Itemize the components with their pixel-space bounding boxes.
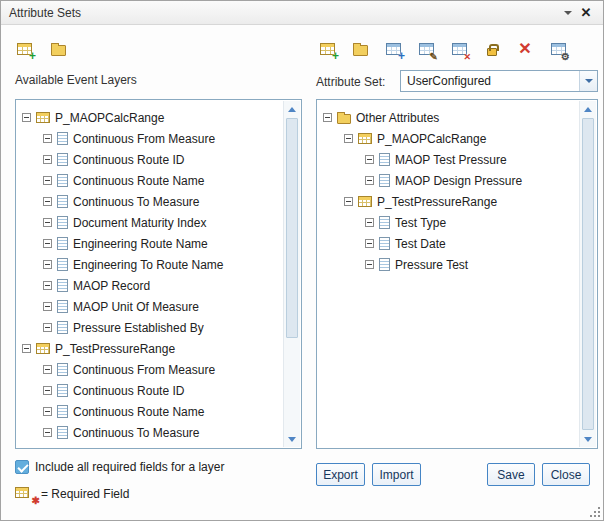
resize-grip-icon[interactable] <box>589 506 600 517</box>
tree-item[interactable]: MAOP Test Pressure <box>318 149 579 170</box>
window-menu-icon[interactable] <box>559 4 577 22</box>
scroll-down-button[interactable] <box>284 431 300 447</box>
tree-item-label: P_TestPressureRange <box>55 342 175 356</box>
collapse-icon[interactable] <box>365 155 374 164</box>
add-layer-to-set-icon[interactable]: + <box>382 38 404 60</box>
tree-item[interactable]: Continuous To Measure <box>17 191 283 212</box>
collapse-icon[interactable] <box>22 113 31 122</box>
tree-item[interactable]: Document Maturity Index <box>17 212 283 233</box>
tree-item-label: Document Maturity Index <box>73 216 206 230</box>
collapse-icon[interactable] <box>43 302 52 311</box>
tree-item[interactable]: Continuous To Measure <box>17 422 283 443</box>
collapse-icon[interactable] <box>43 134 52 143</box>
close-icon[interactable]: ✕ <box>577 4 595 22</box>
include-required-checkbox[interactable] <box>15 460 29 474</box>
collapse-icon[interactable] <box>365 176 374 185</box>
collapse-icon[interactable] <box>43 323 52 332</box>
tree-item[interactable]: P_TestPressureRange <box>318 191 579 212</box>
tree-item[interactable]: Continuous Route Name <box>17 170 283 191</box>
left-panel-scrollbar[interactable] <box>283 101 300 447</box>
collapse-icon[interactable] <box>43 428 52 437</box>
tree-item[interactable]: P_MAOPCalcRange <box>318 128 579 149</box>
scroll-down-icon <box>584 437 592 442</box>
collapse-icon[interactable] <box>43 260 52 269</box>
field-icon <box>57 258 68 271</box>
collapse-icon[interactable] <box>43 365 52 374</box>
scroll-up-button[interactable] <box>284 101 300 117</box>
tree-item[interactable]: MAOP Unit Of Measure <box>17 296 283 317</box>
field-icon <box>379 258 390 271</box>
collapse-icon[interactable] <box>43 407 52 416</box>
scrollbar-thumb[interactable] <box>286 118 298 338</box>
collapse-icon[interactable] <box>365 218 374 227</box>
add-event-layer-icon[interactable]: + <box>13 38 35 60</box>
collapse-icon[interactable] <box>323 113 332 122</box>
right-panel-scrollbar[interactable] <box>579 101 596 447</box>
toolbar-right-group: ++✎✕✕⚙ <box>316 37 569 61</box>
tree-item[interactable]: Pressure Test <box>318 254 579 275</box>
combobox-dropdown-button[interactable] <box>579 71 597 91</box>
folder-glyph <box>353 45 368 56</box>
open-attribute-set-icon[interactable] <box>349 38 371 60</box>
field-icon <box>57 153 68 166</box>
tree-item-label: Continuous Route ID <box>73 153 184 167</box>
collapse-icon[interactable] <box>43 239 52 248</box>
collapse-icon[interactable] <box>43 197 52 206</box>
remove-layer-from-set-icon[interactable]: ✕ <box>448 38 470 60</box>
tree-item-label: Test Type <box>395 216 446 230</box>
collapse-icon[interactable] <box>344 134 353 143</box>
tree-item[interactable]: Engineering Route Name <box>17 233 283 254</box>
tree-item-label: Continuous Route Name <box>73 405 204 419</box>
export-button[interactable]: Export <box>316 463 365 486</box>
collapse-icon[interactable] <box>365 260 374 269</box>
x-glyph: ✕ <box>518 41 531 57</box>
tree-item[interactable]: Test Date <box>318 233 579 254</box>
tree-item-label: Continuous Route Name <box>73 174 204 188</box>
collapse-icon[interactable] <box>43 281 52 290</box>
tree-item[interactable]: MAOP Record <box>17 275 283 296</box>
edit-layer-in-set-icon[interactable]: ✎ <box>415 38 437 60</box>
attribute-set-properties-icon[interactable]: ⚙ <box>547 38 569 60</box>
new-attribute-set-icon[interactable]: + <box>316 38 338 60</box>
scroll-up-button[interactable] <box>580 101 596 117</box>
save-button[interactable]: Save <box>487 463 535 486</box>
delete-attribute-set-icon[interactable]: ✕ <box>514 38 536 60</box>
tree-item[interactable]: Continuous From Measure <box>17 359 283 380</box>
attribute-set-combobox[interactable]: UserConfigured <box>400 70 598 92</box>
asterisk-icon: ✱ <box>32 495 40 506</box>
table-icon <box>358 196 372 207</box>
tree-item-label: P_MAOPCalcRange <box>55 111 164 125</box>
toolbar-left-group: + <box>13 37 69 61</box>
tree-item[interactable]: MAOP Design Pressure <box>318 170 579 191</box>
scrollbar-thumb[interactable] <box>582 118 594 430</box>
tree-item[interactable]: Continuous Route ID <box>17 380 283 401</box>
open-event-layers-icon[interactable] <box>47 38 69 60</box>
scroll-down-button[interactable] <box>580 431 596 447</box>
collapse-icon[interactable] <box>43 218 52 227</box>
tree-item[interactable]: Engineering To Route Name <box>17 254 283 275</box>
tree-item-label: Continuous From Measure <box>73 132 215 146</box>
collapse-icon[interactable] <box>344 197 353 206</box>
close-button[interactable]: Close <box>542 463 590 486</box>
include-required-label: Include all required fields for a layer <box>35 460 224 474</box>
protect-attribute-set-icon[interactable] <box>481 38 503 60</box>
collapse-icon[interactable] <box>22 344 31 353</box>
available-layers-panel: P_MAOPCalcRangeContinuous From MeasureCo… <box>15 99 302 449</box>
tree-item[interactable]: Continuous From Measure <box>17 128 283 149</box>
combobox-value: UserConfigured <box>401 74 579 88</box>
tree-item[interactable]: P_MAOPCalcRange <box>17 107 283 128</box>
table-icon <box>358 133 372 144</box>
tree-item[interactable]: Continuous Route ID <box>17 149 283 170</box>
tree-item[interactable]: Pressure Established By <box>17 317 283 338</box>
tree-item[interactable]: Continuous Route Name <box>17 401 283 422</box>
collapse-icon[interactable] <box>43 176 52 185</box>
tree-item[interactable]: P_TestPressureRange <box>17 338 283 359</box>
collapse-icon[interactable] <box>43 386 52 395</box>
field-icon <box>379 174 390 187</box>
tree-item[interactable]: Other Attributes <box>318 107 579 128</box>
collapse-icon[interactable] <box>43 155 52 164</box>
import-button[interactable]: Import <box>372 463 421 486</box>
collapse-icon[interactable] <box>365 239 374 248</box>
titlebar[interactable]: Attribute Sets ✕ <box>1 1 603 25</box>
tree-item[interactable]: Test Type <box>318 212 579 233</box>
